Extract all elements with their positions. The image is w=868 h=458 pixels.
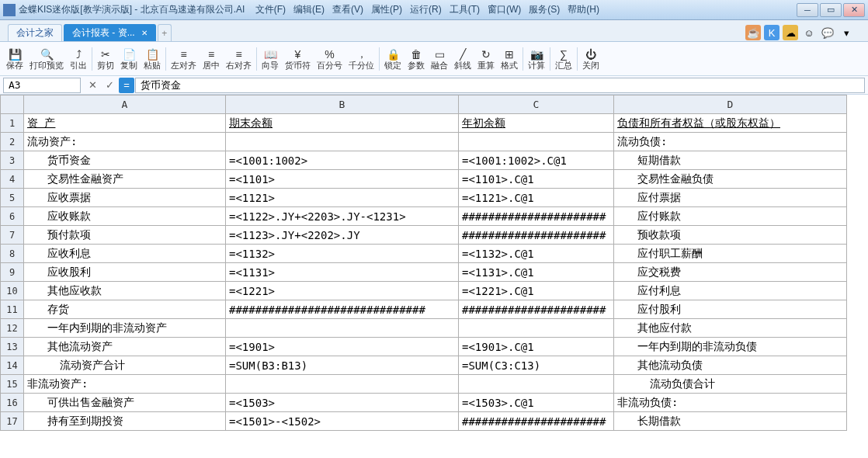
tool-计算[interactable]: 📷计算 [525, 43, 548, 75]
maximize-button[interactable]: ▭ [820, 3, 842, 17]
cell-C8[interactable]: =<1132>.C@1 [459, 245, 614, 263]
service-icon-3[interactable]: ☁ [783, 25, 798, 40]
cell-B5[interactable]: =<1121> [226, 189, 459, 207]
cancel-icon[interactable]: ✕ [85, 78, 100, 93]
cell-A2[interactable]: 流动资产: [24, 133, 226, 151]
cell-A4[interactable]: 交易性金融资产 [24, 170, 226, 189]
cell-B2[interactable] [226, 133, 459, 151]
cell-D6[interactable]: 应付账款 [614, 207, 847, 226]
cell-C16[interactable]: =<1503>.C@1 [459, 394, 614, 412]
cell-D7[interactable]: 预收款项 [614, 226, 847, 245]
tool-参数[interactable]: 🗑参数 [404, 43, 428, 75]
row-header[interactable]: 8 [1, 245, 24, 263]
cell-B10[interactable]: =<1221> [226, 282, 459, 300]
cell-D13[interactable]: 一年内到期的非流动负债 [614, 338, 847, 356]
tool-汇总[interactable]: ∑汇总 [552, 43, 575, 75]
cell-D15[interactable]: 流动负债合计 [614, 375, 847, 394]
col-header-A[interactable]: A [24, 95, 226, 114]
cell-A1[interactable]: 资 产 [24, 114, 226, 133]
cell-A11[interactable]: 存货 [24, 300, 226, 319]
row-header[interactable]: 12 [1, 319, 24, 338]
tool-千分位[interactable]: ，千分位 [345, 43, 377, 75]
row-header[interactable]: 9 [1, 263, 24, 282]
cell-A14[interactable]: 流动资产合计 [24, 356, 226, 375]
tool-右对齐[interactable]: ≡右对齐 [223, 43, 255, 75]
tab-home[interactable]: 会计之家 [8, 24, 62, 41]
cell-C17[interactable]: ###################### [459, 412, 614, 431]
dropdown-icon[interactable]: ▾ [838, 25, 854, 40]
cell-B1[interactable]: 期末余额 [226, 114, 459, 133]
tool-百分号[interactable]: %百分号 [314, 43, 345, 75]
cell-B6[interactable]: =<1122>.JY+<2203>.JY-<1231> [226, 207, 459, 226]
cell-A15[interactable]: 非流动资产: [24, 375, 226, 394]
smile-icon[interactable]: ☺ [801, 25, 817, 40]
close-button[interactable]: ✕ [843, 3, 865, 17]
tool-粘贴[interactable]: 📋粘贴 [141, 43, 164, 75]
cell-B16[interactable]: =<1503> [226, 394, 459, 412]
cell-D11[interactable]: 应付股利 [614, 300, 847, 319]
cell-A3[interactable]: 货币资金 [24, 151, 226, 170]
tool-保存[interactable]: 💾保存 [3, 43, 26, 75]
cell-B9[interactable]: =<1131> [226, 263, 459, 282]
cell-D9[interactable]: 应交税费 [614, 263, 847, 282]
tool-居中[interactable]: ≡居中 [200, 43, 223, 75]
cell-A10[interactable]: 其他应收款 [24, 282, 226, 300]
row-header[interactable]: 14 [1, 356, 24, 375]
tool-格式[interactable]: ⊞格式 [498, 43, 521, 75]
menu-item[interactable]: 编辑(E) [290, 2, 328, 18]
row-header[interactable]: 13 [1, 338, 24, 356]
cell-D3[interactable]: 短期借款 [614, 151, 847, 170]
row-header[interactable]: 7 [1, 226, 24, 245]
cell-B7[interactable]: =<1123>.JY+<2202>.JY [226, 226, 459, 245]
tool-关闭[interactable]: ⏻关闭 [579, 43, 602, 75]
row-header[interactable]: 1 [1, 114, 24, 133]
row-header[interactable]: 3 [1, 151, 24, 170]
cell-C13[interactable]: =<1901>.C@1 [459, 338, 614, 356]
row-header[interactable]: 5 [1, 189, 24, 207]
tool-剪切[interactable]: ✂剪切 [94, 43, 117, 75]
col-header-C[interactable]: C [459, 95, 614, 114]
tab-report[interactable]: 会计报表 - 资...✕ [64, 24, 156, 41]
cell-D2[interactable]: 流动负债: [614, 133, 847, 151]
cell-B13[interactable]: =<1901> [226, 338, 459, 356]
cell-D4[interactable]: 交易性金融负债 [614, 170, 847, 189]
cell-C14[interactable]: =SUM(C3:C13) [459, 356, 614, 375]
cell-reference[interactable]: A3 [3, 78, 81, 93]
row-header[interactable]: 4 [1, 170, 24, 189]
cell-D14[interactable]: 其他流动负债 [614, 356, 847, 375]
cell-C6[interactable]: ###################### [459, 207, 614, 226]
feedback-icon[interactable]: 💬 [820, 25, 835, 40]
tool-重算[interactable]: ↻重算 [474, 43, 498, 75]
tool-斜线[interactable]: ╱斜线 [451, 43, 474, 75]
tool-融合[interactable]: ▭融合 [428, 43, 451, 75]
cell-B3[interactable]: =<1001:1002> [226, 151, 459, 170]
menu-item[interactable]: 服务(S) [526, 2, 563, 18]
row-header[interactable]: 16 [1, 394, 24, 412]
cell-C11[interactable]: ###################### [459, 300, 614, 319]
cell-C15[interactable] [459, 375, 614, 394]
cell-A16[interactable]: 可供出售金融资产 [24, 394, 226, 412]
row-header[interactable]: 11 [1, 300, 24, 319]
tab-new[interactable]: + [158, 24, 172, 41]
menu-item[interactable]: 帮助(H) [564, 2, 602, 18]
cell-A5[interactable]: 应收票据 [24, 189, 226, 207]
cell-B8[interactable]: =<1132> [226, 245, 459, 263]
tool-左对齐[interactable]: ≡左对齐 [168, 43, 200, 75]
equals-icon[interactable]: = [119, 78, 134, 93]
cell-B17[interactable]: =<1501>-<1502> [226, 412, 459, 431]
tool-复制[interactable]: 📄复制 [117, 43, 141, 75]
cell-D5[interactable]: 应付票据 [614, 189, 847, 207]
cell-D10[interactable]: 应付利息 [614, 282, 847, 300]
cell-D16[interactable]: 非流动负债: [614, 394, 847, 412]
cell-C2[interactable] [459, 133, 614, 151]
cell-B15[interactable] [226, 375, 459, 394]
menu-item[interactable]: 文件(F) [252, 2, 289, 18]
menu-item[interactable]: 窗口(W) [484, 2, 524, 18]
menu-item[interactable]: 工具(T) [446, 2, 483, 18]
col-header-B[interactable]: B [226, 95, 459, 114]
cell-A17[interactable]: 持有至到期投资 [24, 412, 226, 431]
cell-A7[interactable]: 预付款项 [24, 226, 226, 245]
spreadsheet-area[interactable]: ABCD 1资 产期末余额年初余额负债和所有者权益（或股东权益）2流动资产:流动… [0, 95, 868, 458]
cell-A6[interactable]: 应收账款 [24, 207, 226, 226]
service-icon-1[interactable]: ☕ [745, 25, 761, 40]
